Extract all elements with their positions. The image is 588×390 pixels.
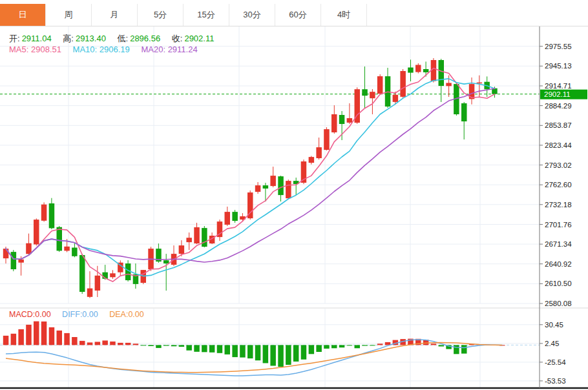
tab-15分[interactable]: 15分 xyxy=(184,4,229,26)
svg-text:2823.44: 2823.44 xyxy=(545,141,572,149)
macd-legend: MACD:0.00 DIFF:0.00 DEA:0.00 xyxy=(9,310,144,319)
macd-histogram xyxy=(3,322,505,367)
candle xyxy=(347,118,353,123)
tab-4时[interactable]: 4时 xyxy=(321,4,367,26)
diff-label: DIFF: xyxy=(62,310,82,319)
ma-legend: MA5: 2908.51 MA10: 2906.19 MA20: 2911.24 xyxy=(9,45,198,54)
candle xyxy=(439,60,445,86)
candle xyxy=(232,212,238,221)
candle xyxy=(415,65,421,72)
candle xyxy=(79,255,85,292)
low-label: 低: xyxy=(118,33,129,45)
svg-text:2945.13: 2945.13 xyxy=(545,62,572,70)
candle xyxy=(18,260,24,263)
macd-value: 0.00 xyxy=(35,310,50,319)
candle xyxy=(408,68,414,73)
candle xyxy=(400,71,406,97)
svg-text:2580.08: 2580.08 xyxy=(545,300,572,307)
candle xyxy=(202,228,207,247)
dea-value: 0.00 xyxy=(128,310,143,319)
svg-text:30.45: 30.45 xyxy=(545,321,563,329)
svg-text:2701.76: 2701.76 xyxy=(545,221,572,229)
macd-label: MACD: xyxy=(9,310,35,319)
candle xyxy=(423,69,429,72)
candle xyxy=(186,238,192,242)
svg-text:2914.71: 2914.71 xyxy=(545,82,572,90)
candle xyxy=(87,289,93,297)
ma10-label: MA10: xyxy=(73,45,98,54)
tab-周[interactable]: 周 xyxy=(46,4,92,26)
candle xyxy=(95,276,101,291)
dea-label: DEA: xyxy=(109,310,128,319)
svg-text:2640.92: 2640.92 xyxy=(545,260,572,268)
svg-text:2793.02: 2793.02 xyxy=(545,161,572,169)
candle xyxy=(362,89,368,96)
candle xyxy=(286,181,291,198)
high-value: 2913.40 xyxy=(76,34,106,43)
svg-text:-25.54: -25.54 xyxy=(545,358,566,366)
kline-app: 2975.552945.132914.712884.292853.872823.… xyxy=(0,0,588,390)
candle xyxy=(278,176,284,195)
candle xyxy=(255,185,261,192)
candle xyxy=(49,203,55,228)
svg-text:2902.11: 2902.11 xyxy=(544,90,571,98)
open-label: 开: xyxy=(9,33,20,45)
candle xyxy=(324,129,330,150)
candle xyxy=(309,157,315,163)
candle xyxy=(41,205,47,221)
candle xyxy=(331,114,337,132)
low-value: 2896.56 xyxy=(130,34,160,43)
tab-30分[interactable]: 30分 xyxy=(229,4,275,26)
candle xyxy=(270,176,276,186)
candle xyxy=(461,103,467,121)
high-label: 高: xyxy=(63,33,74,45)
dea-line xyxy=(6,343,502,373)
candle xyxy=(339,115,345,124)
svg-text:2610.50: 2610.50 xyxy=(545,280,572,287)
candle xyxy=(72,248,78,256)
kline-chart-svg[interactable]: 2975.552945.132914.712884.292853.872823.… xyxy=(0,0,588,390)
candle xyxy=(370,92,375,98)
current-price-badge: 2902.11 xyxy=(540,90,587,99)
candle xyxy=(194,227,200,243)
candle xyxy=(263,185,269,189)
tab-月[interactable]: 月 xyxy=(92,4,138,26)
svg-text:2762.60: 2762.60 xyxy=(545,181,572,189)
ma20-line xyxy=(6,88,495,262)
ma20-value: 2911.24 xyxy=(168,45,198,54)
ohlc-legend: 开:2911.04 高:2913.40 低:2896.56 收:2902.11 xyxy=(9,33,214,45)
candle xyxy=(393,95,399,102)
ma5-value: 2908.51 xyxy=(31,45,61,54)
svg-text:2975.55: 2975.55 xyxy=(545,43,572,50)
candle xyxy=(34,220,39,244)
ma20-label: MA20: xyxy=(141,45,165,54)
candle xyxy=(179,245,185,254)
candle xyxy=(446,83,452,86)
tab-60分[interactable]: 60分 xyxy=(275,4,321,26)
candle xyxy=(3,249,9,258)
candle xyxy=(316,147,322,158)
candle xyxy=(64,247,70,251)
candle xyxy=(57,227,63,251)
ma5-label: MA5: xyxy=(9,45,28,54)
candle xyxy=(163,260,169,263)
candle xyxy=(26,243,32,254)
close-label: 收: xyxy=(172,33,183,45)
gridlines xyxy=(0,26,540,387)
svg-text:2732.18: 2732.18 xyxy=(545,201,572,209)
tab-日[interactable]: 日 xyxy=(0,4,46,26)
tab-5分[interactable]: 5分 xyxy=(138,4,184,26)
svg-text:-53.53: -53.53 xyxy=(545,377,566,385)
candle xyxy=(225,212,231,225)
close-value: 2902.11 xyxy=(184,34,214,43)
open-value: 2911.04 xyxy=(22,34,52,43)
svg-text:2884.29: 2884.29 xyxy=(545,102,572,110)
diff-value: 0.00 xyxy=(82,310,98,319)
ma10-value: 2906.19 xyxy=(100,45,130,54)
candle xyxy=(11,252,17,269)
svg-text:2853.87: 2853.87 xyxy=(545,121,572,129)
interval-tabbar: 日周月5分15分30分60分4时 xyxy=(0,0,588,26)
ma5-line xyxy=(6,68,495,282)
candle xyxy=(377,76,383,94)
svg-text:2671.34: 2671.34 xyxy=(545,240,572,248)
